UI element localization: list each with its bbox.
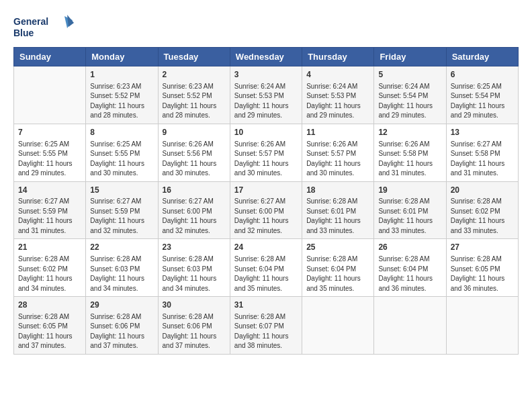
day-number: 4 [306,69,369,81]
day-info: Sunrise: 6:28 AM Sunset: 6:04 PM Dayligh… [234,255,298,293]
week-row-3: 14Sunrise: 6:27 AM Sunset: 5:59 PM Dayli… [14,181,519,239]
calendar-cell: 15Sunrise: 6:27 AM Sunset: 5:59 PM Dayli… [86,181,158,239]
day-info: Sunrise: 6:28 AM Sunset: 6:03 PM Dayligh… [163,255,226,293]
day-info: Sunrise: 6:28 AM Sunset: 6:06 PM Dayligh… [163,312,226,351]
day-info: Sunrise: 6:27 AM Sunset: 5:58 PM Dayligh… [451,140,514,179]
day-number: 9 [163,127,226,138]
day-info: Sunrise: 6:25 AM Sunset: 5:54 PM Dayligh… [451,82,514,121]
week-row-2: 7Sunrise: 6:25 AM Sunset: 5:55 PM Daylig… [14,124,519,181]
day-info: Sunrise: 6:28 AM Sunset: 6:07 PM Dayligh… [234,312,298,351]
calendar-cell: 14Sunrise: 6:27 AM Sunset: 5:59 PM Dayli… [14,181,86,239]
calendar-cell: 17Sunrise: 6:27 AM Sunset: 6:00 PM Dayli… [230,181,302,239]
day-number: 13 [451,127,514,138]
day-number: 24 [234,242,298,253]
weekday-header-thursday: Thursday [302,48,374,66]
calendar-cell: 21Sunrise: 6:28 AM Sunset: 6:02 PM Dayli… [14,239,86,297]
weekday-header-row: SundayMondayTuesdayWednesdayThursdayFrid… [14,48,519,66]
calendar-cell: 3Sunrise: 6:24 AM Sunset: 5:53 PM Daylig… [230,66,302,124]
day-info: Sunrise: 6:28 AM Sunset: 6:04 PM Dayligh… [306,255,369,293]
calendar-cell: 10Sunrise: 6:26 AM Sunset: 5:57 PM Dayli… [230,124,302,181]
day-number: 27 [451,242,514,253]
day-info: Sunrise: 6:26 AM Sunset: 5:58 PM Dayligh… [378,140,441,179]
calendar-cell [302,297,374,355]
day-info: Sunrise: 6:27 AM Sunset: 5:59 PM Dayligh… [18,197,81,236]
logo-svg: General Blue [13,13,74,40]
calendar-cell: 27Sunrise: 6:28 AM Sunset: 6:05 PM Dayli… [446,239,518,297]
calendar-table: SundayMondayTuesdayWednesdayThursdayFrid… [13,47,519,355]
day-info: Sunrise: 6:26 AM Sunset: 5:57 PM Dayligh… [306,140,369,179]
calendar-cell: 30Sunrise: 6:28 AM Sunset: 6:06 PM Dayli… [158,297,230,355]
day-number: 25 [306,242,369,253]
day-info: Sunrise: 6:24 AM Sunset: 5:53 PM Dayligh… [306,82,369,121]
day-number: 16 [163,185,226,196]
day-info: Sunrise: 6:24 AM Sunset: 5:54 PM Dayligh… [378,82,441,121]
day-info: Sunrise: 6:28 AM Sunset: 6:01 PM Dayligh… [378,197,441,236]
day-number: 5 [378,69,441,81]
day-number: 23 [163,242,226,253]
calendar-cell: 8Sunrise: 6:25 AM Sunset: 5:55 PM Daylig… [86,124,158,181]
calendar-cell: 16Sunrise: 6:27 AM Sunset: 6:00 PM Dayli… [158,181,230,239]
calendar-cell: 26Sunrise: 6:28 AM Sunset: 6:04 PM Dayli… [374,239,446,297]
day-info: Sunrise: 6:28 AM Sunset: 6:01 PM Dayligh… [306,197,369,236]
day-number: 26 [378,242,441,253]
calendar-cell: 11Sunrise: 6:26 AM Sunset: 5:57 PM Dayli… [302,124,374,181]
day-info: Sunrise: 6:28 AM Sunset: 6:02 PM Dayligh… [451,197,514,236]
day-info: Sunrise: 6:28 AM Sunset: 6:06 PM Dayligh… [90,312,153,351]
day-info: Sunrise: 6:24 AM Sunset: 5:53 PM Dayligh… [234,82,298,121]
weekday-header-tuesday: Tuesday [158,48,230,66]
calendar-cell: 13Sunrise: 6:27 AM Sunset: 5:58 PM Dayli… [446,124,518,181]
day-number: 29 [90,300,153,311]
calendar-cell: 28Sunrise: 6:28 AM Sunset: 6:05 PM Dayli… [14,297,86,355]
svg-text:Blue: Blue [13,28,34,38]
calendar-cell: 4Sunrise: 6:24 AM Sunset: 5:53 PM Daylig… [302,66,374,124]
day-info: Sunrise: 6:28 AM Sunset: 6:02 PM Dayligh… [18,255,81,293]
day-number: 19 [378,185,441,196]
day-number: 22 [90,242,153,253]
calendar-cell [446,297,518,355]
calendar-cell [374,297,446,355]
day-number: 20 [451,185,514,196]
week-row-1: 1Sunrise: 6:23 AM Sunset: 5:52 PM Daylig… [14,66,519,124]
day-info: Sunrise: 6:26 AM Sunset: 5:56 PM Dayligh… [163,140,226,179]
weekday-header-wednesday: Wednesday [230,48,302,66]
week-row-5: 28Sunrise: 6:28 AM Sunset: 6:05 PM Dayli… [14,297,519,355]
calendar-cell: 2Sunrise: 6:23 AM Sunset: 5:52 PM Daylig… [158,66,230,124]
weekday-header-friday: Friday [374,48,446,66]
day-number: 30 [163,300,226,311]
day-info: Sunrise: 6:27 AM Sunset: 6:00 PM Dayligh… [163,197,226,236]
day-number: 3 [234,69,298,81]
day-number: 2 [163,69,226,81]
day-info: Sunrise: 6:28 AM Sunset: 6:05 PM Dayligh… [18,312,81,351]
weekday-header-sunday: Sunday [14,48,86,66]
calendar-cell: 25Sunrise: 6:28 AM Sunset: 6:04 PM Dayli… [302,239,374,297]
day-info: Sunrise: 6:25 AM Sunset: 5:55 PM Dayligh… [18,140,81,179]
day-info: Sunrise: 6:28 AM Sunset: 6:04 PM Dayligh… [378,255,441,293]
calendar-cell: 12Sunrise: 6:26 AM Sunset: 5:58 PM Dayli… [374,124,446,181]
calendar-cell: 5Sunrise: 6:24 AM Sunset: 5:54 PM Daylig… [374,66,446,124]
calendar-cell [14,66,86,124]
week-row-4: 21Sunrise: 6:28 AM Sunset: 6:02 PM Dayli… [14,239,519,297]
calendar-cell: 19Sunrise: 6:28 AM Sunset: 6:01 PM Dayli… [374,181,446,239]
calendar-cell: 18Sunrise: 6:28 AM Sunset: 6:01 PM Dayli… [302,181,374,239]
day-info: Sunrise: 6:23 AM Sunset: 5:52 PM Dayligh… [90,82,153,121]
day-number: 17 [234,185,298,196]
calendar-cell: 29Sunrise: 6:28 AM Sunset: 6:06 PM Dayli… [86,297,158,355]
svg-text:General: General [13,16,48,27]
calendar-cell: 7Sunrise: 6:25 AM Sunset: 5:55 PM Daylig… [14,124,86,181]
day-number: 7 [18,127,81,138]
day-number: 6 [451,69,514,81]
day-number: 14 [18,185,81,196]
day-number: 1 [90,69,153,81]
calendar-cell: 31Sunrise: 6:28 AM Sunset: 6:07 PM Dayli… [230,297,302,355]
day-info: Sunrise: 6:27 AM Sunset: 5:59 PM Dayligh… [90,197,153,236]
weekday-header-monday: Monday [86,48,158,66]
calendar-cell: 9Sunrise: 6:26 AM Sunset: 5:56 PM Daylig… [158,124,230,181]
day-info: Sunrise: 6:27 AM Sunset: 6:00 PM Dayligh… [234,197,298,236]
day-info: Sunrise: 6:25 AM Sunset: 5:55 PM Dayligh… [90,140,153,179]
calendar-cell: 20Sunrise: 6:28 AM Sunset: 6:02 PM Dayli… [446,181,518,239]
day-number: 12 [378,127,441,138]
day-number: 28 [18,300,81,311]
calendar-cell: 22Sunrise: 6:28 AM Sunset: 6:03 PM Dayli… [86,239,158,297]
day-number: 11 [306,127,369,138]
day-info: Sunrise: 6:28 AM Sunset: 6:03 PM Dayligh… [90,255,153,293]
